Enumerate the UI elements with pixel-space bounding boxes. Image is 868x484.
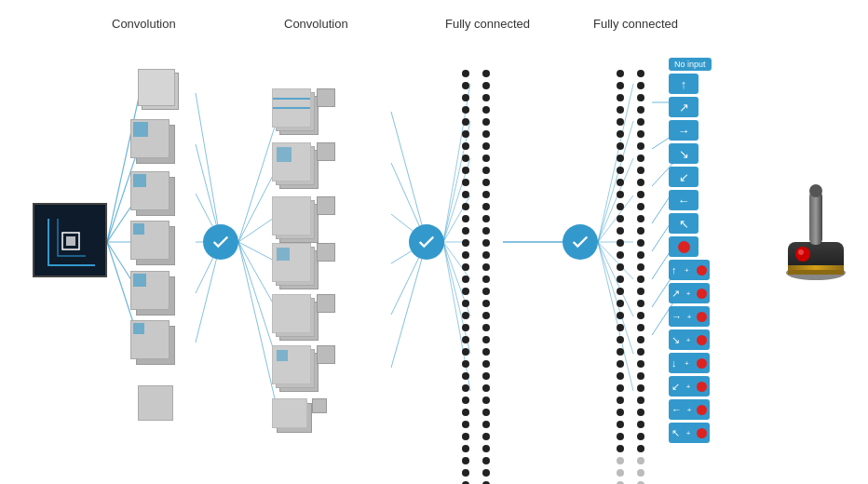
main-container: Convolution Convolution Fully connected …: [0, 0, 868, 484]
conv1-map-6: [130, 320, 179, 369]
action-btn-right[interactable]: →: [669, 120, 698, 141]
fc1-col1: [462, 70, 469, 484]
conv2-map-7: [272, 398, 323, 436]
conv1-map-1: [138, 69, 181, 112]
action-btn-right-fire[interactable]: →+: [669, 306, 710, 327]
action-btn-left-fire[interactable]: ←+: [669, 399, 710, 420]
svg-line-24: [391, 242, 427, 368]
conv1-map-7: [138, 385, 173, 421]
conv1-map-3: [130, 171, 179, 220]
connector-3: [563, 224, 598, 260]
col-label-conv1: Convolution: [112, 17, 176, 31]
svg-line-0: [107, 93, 140, 242]
action-btn-upleft-fire[interactable]: ↖+: [669, 423, 710, 443]
action-btn-downright[interactable]: ↘: [669, 143, 698, 164]
fc1-col2: [482, 70, 490, 484]
svg-point-70: [809, 184, 822, 197]
svg-rect-63: [277, 248, 290, 261]
input-image: [33, 203, 107, 277]
joystick: [779, 172, 853, 288]
svg-line-37: [598, 195, 633, 242]
svg-line-35: [598, 121, 633, 242]
svg-line-19: [391, 112, 427, 242]
action-btn-downleft-fire[interactable]: ↙+: [669, 376, 710, 397]
svg-rect-69: [809, 191, 822, 245]
conv1-map-2: [130, 119, 179, 168]
action-btn-up-fire[interactable]: ↑+: [669, 260, 710, 280]
col-label-conv2: Convolution: [284, 17, 348, 31]
svg-rect-62: [277, 147, 292, 162]
conv2-map-2: [272, 142, 323, 194]
conv2-map-4: [272, 243, 323, 294]
svg-rect-56: [133, 174, 146, 187]
fc2-col2: [637, 70, 644, 484]
svg-line-39: [598, 242, 633, 279]
svg-line-34: [598, 84, 633, 242]
col-label-fc1: Fully connected: [445, 17, 530, 31]
svg-rect-55: [133, 122, 148, 137]
svg-line-41: [598, 242, 633, 354]
svg-line-6: [196, 93, 221, 242]
svg-rect-59: [133, 323, 144, 334]
action-btn-downright-fire[interactable]: ↘+: [669, 329, 710, 350]
conv1-map-5: [130, 271, 179, 319]
action-btn-downleft[interactable]: ↙: [669, 167, 698, 187]
svg-rect-54: [66, 236, 75, 246]
svg-rect-57: [133, 223, 144, 235]
no-input-badge: No input: [669, 58, 712, 71]
svg-rect-58: [133, 274, 146, 287]
svg-line-36: [598, 158, 633, 242]
action-btn-fire[interactable]: [669, 236, 698, 257]
action-btn-upright-fire[interactable]: ↗+: [669, 283, 710, 303]
action-buttons-col: No input ↑ ↗ → ↘ ↙ ← ↖ ↑+ ↗+ →+: [669, 58, 712, 443]
svg-point-72: [798, 249, 804, 255]
conv1-map-4: [130, 221, 179, 269]
action-btn-down-fire[interactable]: ↓+: [669, 353, 710, 373]
fc2-col1: [617, 70, 624, 484]
svg-rect-64: [277, 350, 288, 361]
svg-line-40: [598, 242, 633, 316]
svg-line-42: [598, 242, 633, 391]
svg-rect-68: [788, 270, 844, 275]
action-btn-upleft[interactable]: ↖: [669, 213, 698, 234]
connector-1: [203, 224, 238, 260]
conv2-map-3: [272, 196, 323, 248]
conv2-map-5: [272, 294, 323, 345]
conv2-map-6: [272, 345, 323, 397]
connector-2: [409, 224, 444, 260]
conv2-map-1: [272, 88, 323, 140]
action-btn-up[interactable]: ↑: [669, 74, 698, 94]
action-btn-upright[interactable]: ↗: [669, 97, 698, 117]
action-btn-left[interactable]: ←: [669, 190, 698, 210]
col-label-fc2: Fully connected: [593, 17, 678, 31]
